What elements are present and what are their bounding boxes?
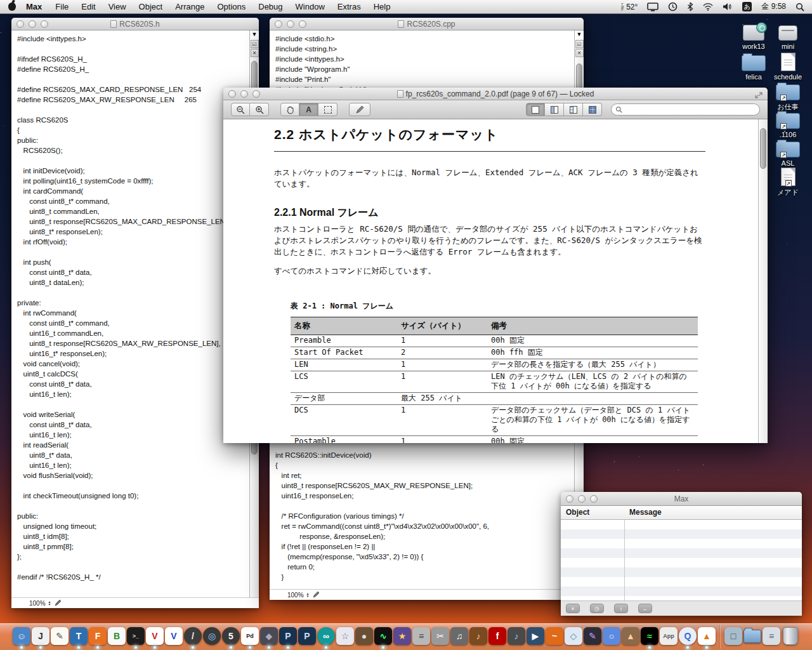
titlebar[interactable]: Max [561, 492, 802, 506]
dock-item-web-stack[interactable]: ≡ [762, 627, 781, 649]
zoom-stepper[interactable]: ▲▼ [48, 600, 51, 606]
view-split-button[interactable] [545, 103, 564, 116]
dock-item-journal-app[interactable]: J [31, 627, 50, 649]
dock-item-music-app[interactable]: ♪ [507, 627, 526, 649]
desktop-icon-ASL[interactable]: ↗ASL [770, 138, 806, 167]
close-button[interactable] [275, 20, 282, 28]
menu-clock[interactable]: 金 9:58 [761, 1, 786, 12]
dock-item-midi-keyboard-app[interactable]: ♫ [450, 627, 469, 649]
pdf-search-input[interactable] [625, 105, 756, 114]
dock-item-slash-app[interactable]: / [183, 627, 202, 649]
function-popup-icon[interactable]: ▼ [251, 31, 259, 39]
dock-item-finder[interactable]: ☺ [12, 627, 31, 649]
minimize-button[interactable] [240, 90, 248, 98]
dock-item-firefox[interactable]: F [88, 627, 107, 649]
dock-item-processing-a[interactable]: P [278, 627, 298, 649]
minimize-button[interactable] [287, 20, 294, 28]
split-view-icon[interactable]: ☑ [251, 40, 259, 48]
dock-item-terminal[interactable]: >_ [126, 627, 145, 649]
menu-options[interactable]: Options [211, 0, 252, 14]
menu-debug[interactable]: Debug [252, 0, 289, 14]
function-popup-icon[interactable]: ▼ [575, 31, 584, 39]
code-content[interactable]: #include <inttypes.h> #ifndef RCS620S_H_… [11, 30, 259, 585]
dock-item-puredata[interactable]: Pd [240, 627, 259, 649]
dock-item-ink-app[interactable]: ✎ [583, 627, 602, 649]
titlebar[interactable]: fp_rcs620s_command_2.0.pdf (page 9 of 67… [223, 88, 768, 100]
minimize-button[interactable] [29, 20, 36, 28]
menu-object[interactable]: Object [133, 0, 169, 14]
dock-item-spiral-app[interactable]: ○ [602, 627, 621, 649]
zoom-out-button[interactable] [231, 103, 250, 116]
dock-item-photos-app[interactable]: ◇ [564, 627, 583, 649]
annotate-button[interactable] [349, 103, 370, 116]
close-button[interactable] [228, 90, 236, 98]
desktop-icon-mini[interactable]: mini [770, 22, 806, 50]
displays-menu-icon[interactable] [647, 3, 658, 11]
dock-item-trash[interactable] [781, 627, 800, 649]
dock-item-podium-app[interactable]: ▲ [621, 627, 640, 649]
desktop-icon-.1106[interactable]: ↗.1106 [770, 110, 806, 138]
column-message[interactable]: Message [629, 508, 662, 517]
vertical-scrollbar[interactable] [758, 119, 768, 443]
menu-view[interactable]: View [102, 0, 133, 14]
info-button[interactable]: i [614, 604, 628, 613]
dock-item-creature-app[interactable]: ~ [545, 627, 564, 649]
pdf-search-field[interactable] [611, 103, 760, 116]
menu-window[interactable]: Window [289, 0, 331, 14]
dock-item-camera-app[interactable]: ● [355, 627, 374, 649]
dock-item-windows-stack[interactable]: □ [724, 627, 743, 649]
zoom-stepper[interactable]: ▲▼ [306, 592, 310, 597]
temperature-widget[interactable]: TMP 52° [621, 3, 638, 11]
view-single-page-button[interactable] [526, 103, 545, 116]
time-machine-icon[interactable] [668, 2, 678, 11]
dock-item-scanner-app[interactable]: ≡ [412, 627, 431, 649]
desktop-icon-work13[interactable]: work13 [736, 22, 771, 50]
dock-item-spectrum-app[interactable]: ≈ [640, 627, 659, 649]
menu-edit[interactable]: Edit [75, 0, 102, 14]
dock-item-thunderbird[interactable]: T [69, 627, 88, 649]
edit-pencil-icon[interactable] [312, 591, 320, 599]
dock-item-arduino[interactable]: ∞ [317, 627, 336, 649]
titlebar[interactable]: RCS620S.h [11, 18, 259, 30]
desktop-icon-お仕事[interactable]: ↗お仕事 [770, 81, 806, 112]
dock-item-jitter-cube[interactable]: ◆ [259, 627, 278, 649]
view-grid-button[interactable] [583, 103, 602, 116]
input-source-icon[interactable]: あ [742, 2, 752, 11]
menu-arrange[interactable]: Arrange [169, 0, 211, 14]
dock-item-letter-b-app[interactable]: B [107, 627, 126, 649]
dock-item-aperture-app[interactable]: ◎ [202, 627, 221, 649]
dock-item-utility-app[interactable]: ✂ [431, 627, 450, 649]
clear-button[interactable]: × [566, 604, 580, 613]
close-split-icon[interactable]: ✕ [575, 49, 584, 57]
desktop-icon-felica[interactable]: felica [736, 52, 771, 81]
edit-pencil-icon[interactable] [54, 599, 62, 607]
split-view-icon[interactable]: ☑ [575, 40, 584, 48]
max-table-body[interactable] [561, 520, 802, 600]
zoom-in-button[interactable] [250, 103, 269, 116]
zoom-button[interactable] [590, 495, 598, 503]
dock-item-flash[interactable]: f [488, 627, 507, 649]
dock-item-oscilloscope-app[interactable]: ∿ [374, 627, 393, 649]
code-content-bottom[interactable]: int RCS620S::initDevice(void) { int ret;… [270, 447, 501, 589]
clock-button[interactable]: ◷ [590, 604, 604, 613]
spotlight-icon[interactable] [796, 3, 804, 11]
dock-item-max5[interactable]: 5 [221, 627, 240, 649]
select-tool-button[interactable] [318, 103, 337, 116]
dock-item-processing-b[interactable]: P [298, 627, 317, 649]
titlebar[interactable]: RCS620S.cpp [270, 18, 584, 30]
menu-extras[interactable]: Extras [331, 0, 367, 14]
dock-item-vnc-red[interactable]: V [145, 627, 164, 649]
volume-icon[interactable] [723, 3, 733, 11]
wifi-icon[interactable] [703, 3, 713, 11]
dock-item-video-app[interactable]: ▶ [526, 627, 545, 649]
zoom-button[interactable] [299, 20, 306, 28]
dock-item-figure-app[interactable]: ☆ [336, 627, 355, 649]
apple-menu[interactable] [5, 3, 19, 11]
dock-item-vlc[interactable]: ▲ [697, 627, 716, 649]
bluetooth-icon[interactable] [687, 2, 693, 11]
view-thumbnails-button[interactable] [564, 103, 583, 116]
zoom-button[interactable] [252, 90, 260, 98]
close-split-icon[interactable]: ✕ [251, 49, 259, 57]
back-button[interactable]: ← [638, 604, 652, 613]
desktop-icon-メアド[interactable]: ↗メアド [770, 167, 806, 197]
